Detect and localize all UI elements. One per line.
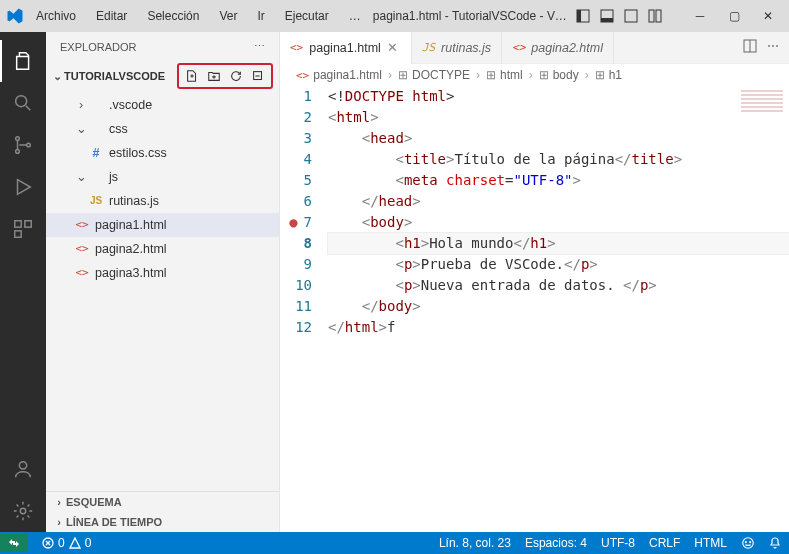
tab-label: rutinas.js <box>441 41 491 55</box>
outline-section[interactable]: ›ESQUEMA <box>46 492 279 512</box>
layout-panel-icon[interactable] <box>597 6 617 26</box>
editor-more-icon[interactable]: ⋯ <box>767 39 779 56</box>
text: Prueba de VSCode. <box>421 256 564 272</box>
file-label: pagina1.html <box>95 215 167 235</box>
status-eol[interactable]: CRLF <box>649 536 680 550</box>
line-number[interactable]: 6 <box>280 191 314 212</box>
menu-ir[interactable]: Ir <box>249 5 272 27</box>
menu-seleccion[interactable]: Selección <box>139 5 207 27</box>
line-number[interactable]: 8 <box>280 233 314 254</box>
file-tree-item-estilos-css[interactable]: #estilos.css <box>46 141 279 165</box>
collapse-all-icon[interactable] <box>249 67 267 85</box>
vscode-logo <box>6 7 24 25</box>
tab-close-icon[interactable]: ✕ <box>387 40 401 55</box>
activity-explorer-icon[interactable] <box>0 40 46 82</box>
menu-more[interactable]: … <box>341 5 369 27</box>
activity-extensions-icon[interactable] <box>0 208 46 250</box>
file-tree-item-js[interactable]: ⌄js <box>46 165 279 189</box>
bc-file-icon: <> <box>296 69 309 82</box>
status-encoding[interactable]: UTF-8 <box>601 536 635 550</box>
file-tree-item-pagina1-html[interactable]: <>pagina1.html <box>46 213 279 237</box>
menu-ejecutar[interactable]: Ejecutar <box>277 5 337 27</box>
status-line-col[interactable]: Lín. 8, col. 23 <box>439 536 511 550</box>
activity-settings-icon[interactable] <box>0 490 46 532</box>
line-number[interactable]: 11 <box>280 296 314 317</box>
project-header[interactable]: ⌄ TUTORIALVSCODE <box>46 61 279 91</box>
crumb-body[interactable]: body <box>553 68 579 82</box>
file-tree-item-rutinas-js[interactable]: JSrutinas.js <box>46 189 279 213</box>
svg-point-15 <box>20 508 26 514</box>
new-folder-icon[interactable] <box>205 67 223 85</box>
file-tree-item-pagina2-html[interactable]: <>pagina2.html <box>46 237 279 261</box>
file-label: estilos.css <box>109 143 167 163</box>
menu-editar[interactable]: Editar <box>88 5 135 27</box>
line-number[interactable]: 3 <box>280 128 314 149</box>
crumb-doctype[interactable]: DOCTYPE <box>412 68 470 82</box>
tag: html <box>336 109 370 125</box>
file-icon: <> <box>74 263 90 283</box>
tab-label: pagina2.html <box>531 41 603 55</box>
timeline-section[interactable]: ›LÍNEA DE TIEMPO <box>46 512 279 532</box>
new-file-icon[interactable] <box>183 67 201 85</box>
tab-rutinas-js[interactable]: JSrutinas.js <box>412 32 502 64</box>
line-number[interactable]: 12 <box>280 317 314 338</box>
minimap[interactable] <box>741 88 783 138</box>
tag: h1 <box>404 235 421 251</box>
file-icon: <> <box>74 239 90 259</box>
svg-point-14 <box>19 462 26 469</box>
tab-label: pagina1.html <box>309 41 381 55</box>
line-number[interactable]: 5 <box>280 170 314 191</box>
crumb-file[interactable]: pagina1.html <box>313 68 382 82</box>
code-editor-content[interactable]: <!DOCTYPE html> <html> <head> <title>Tít… <box>328 86 789 532</box>
minimize-button[interactable]: ─ <box>685 2 715 30</box>
activity-run-debug-icon[interactable] <box>0 166 46 208</box>
refresh-icon[interactable] <box>227 67 245 85</box>
activity-search-icon[interactable] <box>0 82 46 124</box>
layout-customize-icon[interactable] <box>645 6 665 26</box>
status-language[interactable]: HTML <box>694 536 727 550</box>
line-number[interactable]: 10 <box>280 275 314 296</box>
line-number[interactable]: ●7 <box>280 212 314 233</box>
line-number[interactable]: 4 <box>280 149 314 170</box>
crumb-h1[interactable]: h1 <box>609 68 622 82</box>
bracket-icon: ⊞ <box>539 68 549 82</box>
tag: head <box>379 193 413 209</box>
attr: charset <box>446 172 505 188</box>
activity-source-control-icon[interactable] <box>0 124 46 166</box>
svg-rect-3 <box>601 18 613 22</box>
line-number[interactable]: 1 <box>280 86 314 107</box>
close-button[interactable]: ✕ <box>753 2 783 30</box>
status-notifications-icon[interactable] <box>769 537 781 549</box>
maximize-button[interactable]: ▢ <box>719 2 749 30</box>
remote-indicator[interactable] <box>0 534 28 552</box>
menu-archivo[interactable]: Archivo <box>28 5 84 27</box>
status-spaces[interactable]: Espacios: 4 <box>525 536 587 550</box>
explorer-more-icon[interactable]: ⋯ <box>254 40 265 53</box>
split-editor-icon[interactable] <box>743 39 757 56</box>
doctype-kw: DOCTYPE <box>345 88 404 104</box>
crumb-html[interactable]: html <box>500 68 523 82</box>
text: Hola mundo <box>429 235 513 251</box>
chevron-icon: ⌄ <box>74 119 88 139</box>
menu-ver[interactable]: Ver <box>211 5 245 27</box>
tag: title <box>404 151 446 167</box>
line-number[interactable]: 2 <box>280 107 314 128</box>
svg-point-9 <box>16 150 20 154</box>
warning-count: 0 <box>85 536 92 550</box>
chevron-icon: › <box>74 95 88 115</box>
tag: meta <box>404 172 438 188</box>
tab-pagina1-html[interactable]: <>pagina1.html✕ <box>280 32 412 64</box>
status-problems[interactable]: 0 0 <box>42 536 91 550</box>
file-tree-item-css[interactable]: ⌄css <box>46 117 279 141</box>
tab-pagina2-html[interactable]: <>pagina2.html <box>502 32 614 64</box>
project-name: TUTORIALVSCODE <box>64 70 165 82</box>
layout-sidebar-right-icon[interactable] <box>621 6 641 26</box>
status-feedback-icon[interactable] <box>741 536 755 550</box>
text: Título de la página <box>454 151 614 167</box>
file-icon: JS <box>422 41 435 54</box>
activity-account-icon[interactable] <box>0 448 46 490</box>
file-tree-item--vscode[interactable]: ›.vscode <box>46 93 279 117</box>
file-tree-item-pagina3-html[interactable]: <>pagina3.html <box>46 261 279 285</box>
layout-sidebar-left-icon[interactable] <box>573 6 593 26</box>
line-number[interactable]: 9 <box>280 254 314 275</box>
